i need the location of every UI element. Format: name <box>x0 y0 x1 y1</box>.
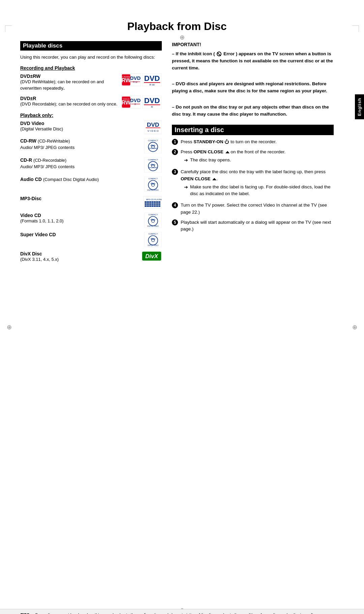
right-column: IMPORTANT! – If the inhibit icon ( Error… <box>172 41 334 267</box>
dvd-video-desc: (Digital Versatile Disc) <box>20 126 141 132</box>
step-3: 3 Carefully place the disc onto the tray… <box>172 168 334 198</box>
svg-text:disc: disc <box>151 163 155 166</box>
svg-text:DVD: DVD <box>144 96 160 105</box>
english-tab: English <box>355 94 364 119</box>
disc-item-svcd: Super Video CD COMPACT disc SUPER VIDEO <box>20 232 162 247</box>
inhibit-icon <box>217 52 221 56</box>
svg-text:DIGITAL AUDIO: DIGITAL AUDIO <box>147 189 159 191</box>
dvd-r-text-logo: DVD R <box>142 96 162 109</box>
vcd-desc: (Formats 1.0, 1.1, 2.0) <box>20 218 141 224</box>
svg-text:COMPACT: COMPACT <box>148 214 158 216</box>
svg-rect-51 <box>156 201 158 203</box>
step-1-num: 1 <box>172 139 178 145</box>
svg-rect-66 <box>158 205 160 207</box>
svcd-svg: COMPACT disc SUPER VIDEO <box>144 232 162 247</box>
svg-text:R W: R W <box>149 83 155 86</box>
audio-cd-label-suffix: (Compact Disc Digital Audio) <box>43 177 99 182</box>
mp3-text: MP3-Disc <box>20 196 140 201</box>
important-point-1: – If the inhibit icon ( Error ) appears … <box>172 51 334 72</box>
svg-text:DIGITAL VIDEO: DIGITAL VIDEO <box>147 225 159 227</box>
svg-rect-61 <box>147 205 149 207</box>
recording-playback-title: Recording and Playback <box>20 65 162 71</box>
dvd-video-svg: DVD V I D E O <box>144 121 162 134</box>
svg-text:SUPER VIDEO: SUPER VIDEO <box>148 244 159 246</box>
disc-item-mp3: MP3-Disc MP3-CD PLAYBACK <box>20 196 162 209</box>
step-1: 1 Press STANDBY-ON to turn on the record… <box>172 139 334 145</box>
cdrw-desc: Audio/ MP3/ JPEG contents <box>20 145 141 151</box>
disc-item-dvdr: DVD±R (DVD Recordable); can be recorded … <box>20 96 162 109</box>
svg-rect-64 <box>154 205 156 207</box>
svg-text:RW: RW <box>121 99 131 106</box>
cdrw-label: CD-RW <box>20 138 36 144</box>
svg-rect-62 <box>149 205 151 207</box>
audio-cd-logo: COMPACT disc DIGITAL AUDIO <box>144 177 162 192</box>
step-4: 4 Turn on the TV power. Select the corre… <box>172 202 334 216</box>
audio-cd-text: Audio CD (Compact Disc Digital Audio) <box>20 177 141 183</box>
cdrw-text: CD-RW (CD-ReWritable) Audio/ MP3/ JPEG c… <box>20 138 141 151</box>
svg-text:disc: disc <box>151 182 155 185</box>
arrow-symbol: ➔ <box>184 157 188 164</box>
svg-text:DVD: DVD <box>130 75 141 81</box>
step-5-num: 5 <box>172 219 178 225</box>
step-4-num: 4 <box>172 202 178 208</box>
dvd-video-label: DVD Video <box>20 121 141 126</box>
svg-rect-50 <box>154 201 156 203</box>
svg-rect-9 <box>144 82 160 83</box>
corner-mark-tr <box>352 25 359 32</box>
svg-text:disc: disc <box>151 238 155 240</box>
steps-list: 1 Press STANDBY-ON to turn on the record… <box>172 139 334 233</box>
dvdrw-text: DVD±RW (DVD ReWritable); can be recorded… <box>20 73 118 92</box>
dvdrw-logos: RW DVD+ReWritable DVD R W DVD R <box>121 73 162 86</box>
tips-footer: TIPS: Some discs cannot be played on thi… <box>0 609 364 614</box>
reg-mark-top: ⊕ <box>180 34 185 41</box>
inserting-disc-section: Inserting a disc 1 Press STANDBY-ON to t… <box>172 125 334 233</box>
dvd-r-rw-logo: RW DVD-R DVD R <box>121 96 141 109</box>
reg-mark-right: ⊕ <box>352 324 357 331</box>
mp3-label: MP3-Disc <box>20 196 140 201</box>
svg-text:DVD: DVD <box>144 74 160 83</box>
cdr-desc: Audio/ MP3/ JPEG contents <box>20 164 141 170</box>
svg-rect-63 <box>152 205 154 207</box>
svg-rect-60 <box>145 205 147 207</box>
inserting-disc-header: Inserting a disc <box>172 125 334 135</box>
svg-text:ReWritable: ReWritable <box>148 147 158 149</box>
disc-item-divx: DivX Disc (DivX 3.11, 4.x, 5.x) DivX <box>20 251 162 263</box>
svg-text:R W: R W <box>133 81 138 83</box>
svg-rect-56 <box>152 203 154 205</box>
svg-text:Recordable: Recordable <box>148 166 158 168</box>
two-column-layout: Playable discs Using this recorder, you … <box>20 41 334 267</box>
svg-rect-55 <box>149 203 151 205</box>
dvdr-label: DVD±R <box>20 96 118 101</box>
intro-text: Using this recorder, you can play and re… <box>20 54 162 61</box>
step-5-content: Playback will start automatically or a d… <box>181 219 334 233</box>
open-close-icon <box>225 151 230 153</box>
svg-rect-24 <box>146 127 160 128</box>
dvd-text-logo: DVD R W <box>142 73 162 86</box>
svg-rect-58 <box>156 203 158 205</box>
divx-desc: (DivX 3.11, 4.x, 5.x) <box>20 256 138 263</box>
svcd-logo: COMPACT disc SUPER VIDEO <box>144 232 162 247</box>
power-icon <box>225 140 229 144</box>
corner-mark-tl <box>5 25 12 32</box>
disc-item-dvd-video: DVD Video (Digital Versatile Disc) DVD V… <box>20 121 162 134</box>
cdr-logo: COMPACT disc Recordable <box>144 157 162 173</box>
dvd-video-logo: DVD V I D E O <box>144 121 162 134</box>
dvdrw-desc: (DVD ReWritable); can be recorded on and… <box>20 79 118 92</box>
important-point-2: – DVD discs and players are designed wit… <box>172 81 334 95</box>
svg-text:R: R <box>134 103 136 105</box>
audio-cd-svg: COMPACT disc DIGITAL AUDIO <box>144 177 162 192</box>
svg-text:COMPACT: COMPACT <box>148 159 158 161</box>
divx-svg: DivX <box>142 251 162 261</box>
vcd-text: Video CD (Formats 1.0, 1.1, 2.0) <box>20 213 141 224</box>
dvdr-logos: RW DVD-R DVD R DVD R <box>121 96 162 109</box>
tips-text: Some discs cannot be played on this reco… <box>35 613 323 614</box>
svg-rect-65 <box>156 205 158 207</box>
left-column: Playable discs Using this recorder, you … <box>20 41 162 267</box>
svg-text:R: R <box>151 105 153 109</box>
svg-rect-46 <box>145 201 147 203</box>
step-2: 2 Press OPEN CLOSE on the front of the r… <box>172 149 334 165</box>
mp3-svg: MP3-CD PLAYBACK <box>143 196 162 209</box>
cdr-label-suffix: (CD-Recordable) <box>33 158 66 163</box>
svg-text:disc: disc <box>151 144 155 147</box>
dvdr-text: DVD±R (DVD Recordable); can be recorded … <box>20 96 118 108</box>
